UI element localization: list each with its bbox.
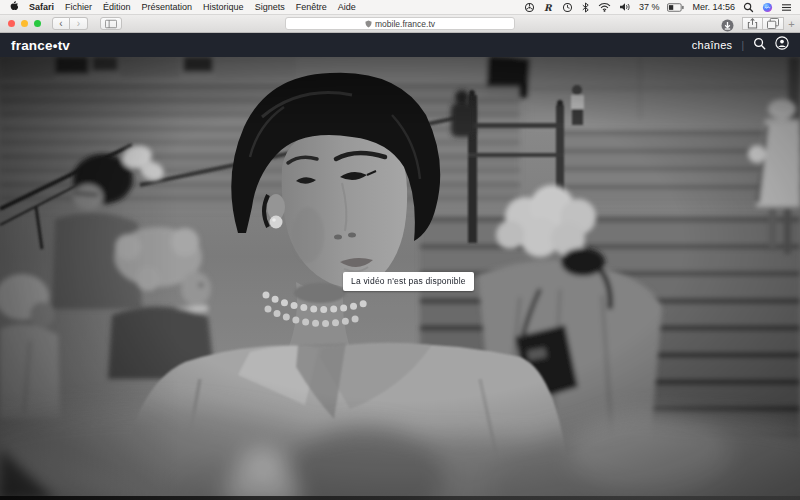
account-icon [775, 36, 789, 50]
site-header: france•tv chaînes | [0, 33, 800, 57]
battery-percent: 37 % [639, 2, 660, 12]
close-window-button[interactable] [8, 20, 15, 27]
search-icon [753, 37, 766, 50]
zoom-window-button[interactable] [34, 20, 41, 27]
menu-fichier[interactable]: Fichier [65, 2, 92, 12]
site-shield-icon [365, 20, 372, 28]
wifi-icon[interactable] [598, 2, 611, 12]
menu-aide[interactable]: Aide [338, 2, 356, 12]
share-icon [747, 18, 758, 29]
sidebar-icon [105, 19, 117, 29]
macos-screen: Safari Fichier Édition Présentation Hist… [0, 0, 800, 500]
minimize-window-button[interactable] [21, 20, 28, 27]
video-unavailable-message: La vidéo n'est pas disponible [343, 272, 474, 291]
apple-menu[interactable] [8, 0, 18, 14]
back-button[interactable]: ‹ [52, 17, 70, 30]
volume-icon[interactable] [619, 2, 631, 12]
spotlight-icon[interactable] [743, 2, 754, 13]
siri-icon[interactable] [762, 2, 773, 13]
tab-overview-button[interactable] [762, 17, 784, 30]
menu-fenetre[interactable]: Fenêtre [296, 2, 327, 12]
download-icon [721, 19, 734, 32]
notification-center-icon[interactable] [781, 3, 792, 12]
svg-text:R: R [544, 2, 553, 13]
new-tab-icon: + [788, 18, 794, 30]
video-player[interactable]: La vidéo n'est pas disponible [0, 57, 800, 500]
url-text: mobile.france.tv [375, 19, 435, 29]
menu-signets[interactable]: Signets [255, 2, 285, 12]
macos-menu-bar: Safari Fichier Édition Présentation Hist… [0, 0, 800, 15]
search-button[interactable] [753, 36, 766, 54]
safari-toolbar: ‹ › mobile.france.tv + [0, 15, 800, 33]
menu-historique[interactable]: Historique [203, 2, 244, 12]
bluetooth-icon[interactable] [581, 2, 590, 13]
nav-channels[interactable]: chaînes [692, 39, 733, 51]
forward-icon: › [77, 19, 80, 29]
account-button[interactable] [775, 36, 789, 54]
menu-app-name[interactable]: Safari [29, 2, 54, 12]
time-machine-icon[interactable] [562, 2, 573, 13]
address-bar[interactable]: mobile.france.tv [285, 17, 515, 30]
script-r-icon[interactable]: R [543, 2, 554, 13]
menu-presentation[interactable]: Présentation [142, 2, 193, 12]
apple-icon [8, 0, 18, 12]
share-button[interactable] [742, 17, 763, 30]
back-icon: ‹ [59, 19, 62, 29]
new-tab-button[interactable]: + [786, 17, 797, 30]
tabs-icon [767, 18, 779, 29]
window-controls [8, 20, 41, 27]
forward-button[interactable]: › [70, 17, 88, 30]
sidebar-button[interactable] [100, 17, 122, 30]
battery-icon[interactable] [667, 3, 684, 12]
menu-edition[interactable]: Édition [103, 2, 131, 12]
francetv-logo[interactable]: france•tv [11, 38, 70, 53]
menu-clock[interactable]: Mer. 14:56 [692, 2, 735, 12]
header-divider: | [741, 40, 744, 51]
fan-icon[interactable] [524, 2, 535, 13]
